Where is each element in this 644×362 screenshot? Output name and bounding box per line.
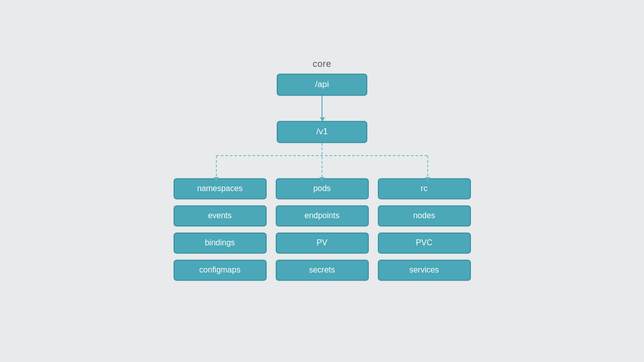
svg-marker-6 [425,177,430,182]
svg-marker-4 [214,177,219,182]
top-section: /api /v1 [169,73,475,183]
diagram-container: core /api /v1 [169,59,475,281]
configmaps-node: configmaps [174,259,267,281]
bindings-node: bindings [174,232,267,253]
services-node: services [378,259,471,281]
events-node: events [174,205,267,226]
resource-grid: namespaces pods rc events endpoints node… [174,178,471,281]
branch-connector [169,143,475,183]
nodes-node: nodes [378,205,471,226]
secrets-node: secrets [276,259,369,281]
v1-node: /v1 [277,121,367,143]
api-to-v1-connector [321,96,323,121]
svg-marker-5 [319,177,325,182]
pv-node: PV [276,232,369,253]
pvc-node: PVC [378,232,471,253]
endpoints-node: endpoints [276,205,369,226]
api-node: /api [277,73,367,96]
core-label: core [312,59,331,69]
